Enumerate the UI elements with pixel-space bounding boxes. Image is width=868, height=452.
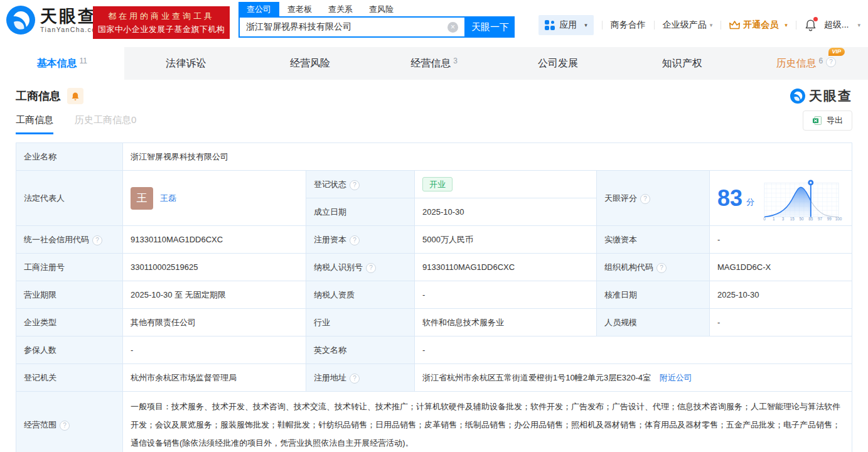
help-icon[interactable]: ? (92, 235, 102, 245)
table-row: 企业类型 其他有限责任公司 行业 软件和信息技术服务业 人员规模 - (16, 309, 852, 336)
table-row: 参保人数 - 英文名称 - (16, 336, 852, 364)
watermark-logo-icon (790, 89, 805, 104)
svg-text:1: 1 (773, 217, 775, 221)
table-row: 企业名称 浙江智屏视界科技有限公司 (16, 143, 852, 171)
main-content: 工商信息 天眼查 工商信息 历史工商信息0 (0, 87, 868, 452)
legal-rep-link[interactable]: 王磊 (160, 193, 176, 204)
est-date-value: 2025-10-30 (415, 198, 597, 226)
notification-bell-icon[interactable] (805, 19, 817, 31)
section-title: 工商信息 (16, 89, 61, 104)
tab-intellectual-property[interactable]: 知识产权 (620, 47, 744, 80)
table-row: 登记机关 杭州市余杭区市场监督管理局 注册地址? 浙江省杭州市余杭区五常街道爱橙… (16, 364, 852, 392)
search-tab-boss[interactable]: 查老板 (279, 2, 320, 16)
score-unit: 分 (746, 196, 754, 208)
search-tabs: 查公司 查老板 查关系 查风险 (238, 2, 515, 16)
svg-text:97: 97 (818, 217, 823, 221)
open-vip-menu[interactable]: 开通会员 ▾ (729, 19, 788, 31)
reg-address-value: 浙江省杭州市余杭区五常街道爱橙街1号10幢2单元3层E320-4室 (422, 373, 651, 382)
field-label: 实缴资本 (597, 226, 710, 254)
chevron-down-icon: ▾ (857, 22, 860, 28)
subtab-business-info[interactable]: 工商信息 (16, 114, 53, 134)
subtab-history-business-info[interactable]: 历史工商信息0 (75, 114, 136, 134)
english-name-value: - (415, 336, 852, 364)
tab-history-info[interactable]: 历史信息 6 ? VIP (744, 47, 868, 80)
legal-rep-cell: 王 王磊 (123, 171, 306, 226)
business-term-value: 2025-10-30 至 无固定期限 (123, 281, 306, 309)
insured-count-value: - (123, 336, 306, 364)
tianyancha-logo[interactable]: 天眼查 TianYanCha.com (6, 6, 103, 35)
field-label: 成立日期 (306, 198, 415, 226)
table-row: 营业期限 2025-10-30 至 无固定期限 纳税人资质 - 核准日期 202… (16, 281, 852, 309)
tab-business-info[interactable]: 经营信息3 (372, 47, 496, 80)
field-label: 营业期限 (16, 281, 123, 309)
tab-count: 11 (80, 56, 87, 65)
tab-operating-risk[interactable]: 经营风险 (248, 47, 372, 80)
taxpayer-id-value: 91330110MAG1DD6CXC (415, 254, 597, 281)
reg-status-cell: 开业 (415, 171, 597, 198)
field-label: 英文名称 (306, 336, 415, 364)
menu-enterprise-products[interactable]: 企业级产品 ▾ (663, 19, 713, 31)
tab-legal-proceedings[interactable]: 法律诉讼 (124, 47, 249, 80)
field-label: 注册资本? (306, 226, 415, 254)
menu-business-cooperation[interactable]: 商务合作 (611, 19, 646, 31)
business-scope-value: 一般项目：技术服务、技术开发、技术咨询、技术交流、技术转让、技术推广；计算机软硬… (123, 392, 852, 452)
help-icon[interactable]: ? (656, 263, 667, 273)
field-label: 登记状态? (306, 171, 415, 198)
search-tab-risk[interactable]: 查风险 (361, 2, 402, 16)
status-badge: 开业 (422, 177, 453, 191)
help-icon[interactable]: ? (350, 180, 360, 190)
score-value: 83 (717, 187, 742, 210)
svg-text:100: 100 (835, 217, 842, 221)
svg-text:15: 15 (790, 217, 795, 221)
help-icon[interactable]: ? (640, 194, 650, 204)
vip-badge: VIP (828, 48, 845, 56)
watermark-logo-text: 天眼查 (809, 87, 852, 105)
export-button[interactable]: 导出 (803, 110, 852, 131)
nearby-companies-link[interactable]: 附近公司 (660, 373, 692, 382)
help-icon[interactable]: ? (350, 235, 360, 245)
field-label: 天眼评分? (597, 171, 710, 226)
slogan-line1: 都在用的商业查询工具 (108, 11, 215, 22)
field-label: 企业类型 (16, 309, 123, 336)
help-icon[interactable]: ? (350, 374, 360, 384)
tianyancha-logo-icon (6, 6, 35, 35)
help-icon[interactable]: ? (60, 421, 70, 431)
help-icon[interactable]: ? (826, 57, 836, 67)
field-label: 参保人数 (16, 336, 123, 364)
watermark-logo: 天眼查 (790, 87, 852, 105)
paid-capital-value: - (710, 226, 852, 254)
search-tab-company[interactable]: 查公司 (238, 2, 279, 16)
subscribe-bell-icon[interactable] (67, 88, 83, 104)
approval-date-value: 2025-10-30 (710, 281, 852, 309)
chevron-down-icon: ▾ (710, 22, 713, 28)
search-input-value: 浙江智屏视界科技有限公司 (246, 21, 351, 33)
table-row: 经营范围? 一般项目：技术服务、技术开发、技术咨询、技术交流、技术转让、技术推广… (16, 392, 852, 452)
svg-text:99: 99 (827, 217, 832, 221)
top-header: 天眼查 TianYanCha.com 都在用的商业查询工具 国家中小企业发展子基… (0, 0, 868, 47)
company-name-value: 浙江智屏视界科技有限公司 (123, 143, 852, 171)
user-menu[interactable]: 超级... (824, 19, 849, 31)
clear-icon[interactable]: × (447, 22, 458, 33)
search-input[interactable]: 浙江智屏视界科技有限公司 × (238, 16, 466, 38)
field-label: 人员规模 (597, 309, 710, 336)
divider (602, 21, 603, 30)
help-icon[interactable]: ? (366, 263, 376, 273)
field-label: 统一社会信用代码? (16, 226, 123, 254)
reg-authority-value: 杭州市余杭区市场监督管理局 (123, 364, 306, 392)
reg-number-value: 330110002519625 (123, 254, 306, 281)
slogan-line2: 国家中小企业发展子基金旗下机构 (98, 24, 225, 35)
tab-basic-info[interactable]: 基本信息11 (0, 47, 124, 80)
score-distribution-chart: 0 1 3 15 50 85 97 99 100 (762, 175, 842, 222)
company-type-value: 其他有限责任公司 (123, 309, 306, 336)
search-button[interactable]: 天眼一下 (466, 16, 515, 38)
avatar[interactable]: 王 (131, 187, 153, 210)
field-label: 工商注册号 (16, 254, 123, 281)
apps-menu[interactable]: 应用 ▾ (538, 15, 594, 35)
reg-capital-value: 5000万人民币 (415, 226, 597, 254)
apps-grid-icon (545, 20, 555, 30)
search-tab-relation[interactable]: 查关系 (320, 2, 361, 16)
chevron-down-icon: ▾ (785, 22, 788, 28)
tab-count: 3 (453, 56, 458, 65)
tab-company-development[interactable]: 公司发展 (496, 47, 620, 80)
credit-code-value: 91330110MAG1DD6CXC (123, 226, 306, 254)
